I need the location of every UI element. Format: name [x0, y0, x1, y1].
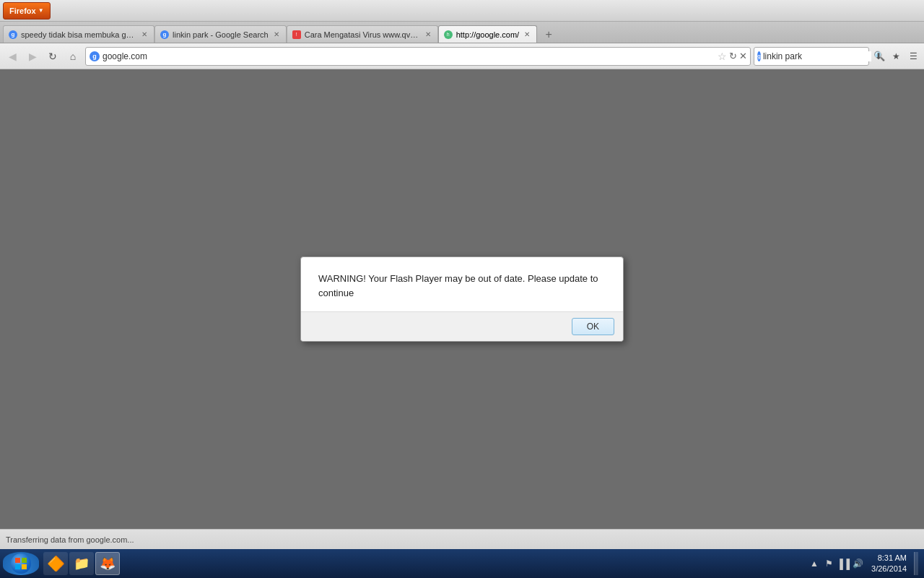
tray-network-icon[interactable]: ▐▐ [837, 552, 850, 575]
tab-bar: g speedy tidak bisa membuka google - ...… [0, 22, 924, 43]
show-desktop-button[interactable] [914, 552, 918, 575]
titlebar: Firefox ▼ [0, 0, 924, 22]
home-button[interactable]: ⌂ [64, 47, 82, 66]
downloads-button[interactable]: ⬇ [871, 48, 886, 64]
browser-content: WARNING! Your Flash Player may be out of… [0, 69, 924, 529]
svg-rect-1 [22, 558, 27, 563]
tray-icons: ▲ ⚑ ▐▐ 🔊 [808, 552, 864, 575]
taskbar-explorer-icon[interactable]: 📁 [69, 552, 94, 575]
bookmark-star-icon[interactable]: ☆ [718, 51, 727, 62]
tab-2-favicon: g [160, 30, 170, 40]
forward-button[interactable]: ▶ [23, 47, 42, 66]
status-text: Transferring data from google.com... [6, 535, 918, 544]
tab-4-label: http://google.com/ [456, 30, 519, 39]
taskbar-firefox-icon[interactable]: 🦊 [95, 552, 120, 575]
dialog-overlay: WARNING! Your Flash Player may be out of… [0, 69, 924, 529]
tab-4-favicon: h [443, 30, 453, 40]
firefox-label: Firefox [9, 7, 36, 15]
menu-button[interactable]: ☰ [905, 48, 921, 64]
dialog-message: WARNING! Your Flash Player may be out of… [301, 257, 623, 311]
taskbar-right: ▲ ⚑ ▐▐ 🔊 8:31 AM 3/26/2014 [808, 552, 921, 575]
flash-warning-dialog: WARNING! Your Flash Player may be out of… [300, 256, 624, 342]
windows-logo-icon [14, 557, 27, 570]
tab-2-label: linkin park - Google Search [173, 30, 269, 39]
svg-rect-3 [22, 564, 27, 569]
tab-3-close[interactable]: ✕ [423, 30, 433, 40]
tray-sound-icon[interactable]: 🔊 [851, 552, 864, 575]
firefox-menu-button[interactable]: Firefox ▼ [3, 2, 51, 20]
google-favicon-icon: g [9, 30, 17, 39]
tab-3-favicon: ! [292, 30, 302, 40]
address-refresh-icon[interactable]: ↻ [729, 51, 737, 61]
tab-1[interactable]: g speedy tidak bisa membuka google - ...… [3, 25, 154, 43]
tab-2[interactable]: g linkin park - Google Search ✕ [154, 25, 287, 43]
svg-rect-2 [15, 564, 20, 569]
taskbar-ie-icon[interactable]: 🔶 [43, 552, 68, 575]
clock-time: 8:31 AM [871, 553, 907, 564]
tab-3[interactable]: ! Cara Mengatasi Virus www.qvo6.com... ✕ [287, 25, 438, 43]
http-favicon-icon: h [444, 30, 453, 39]
status-bar: Transferring data from google.com... [0, 529, 924, 549]
search-bar[interactable]: g 🔍 [754, 47, 869, 66]
start-button[interactable] [3, 552, 39, 575]
back-button[interactable]: ◀ [3, 47, 22, 66]
address-clear-icon[interactable]: ✕ [739, 51, 747, 61]
dialog-footer: OK [301, 311, 623, 341]
nav-bar: ◀ ▶ ↻ ⌂ g ☆ ↻ ✕ g 🔍 ⬇ ★ ☰ [0, 43, 924, 69]
tab-1-label: speedy tidak bisa membuka google - ... [21, 30, 136, 39]
search-engine-icon: g [757, 51, 761, 61]
tab-4[interactable]: h http://google.com/ ✕ [438, 25, 537, 43]
address-google-icon: g [90, 51, 100, 61]
google-favicon-icon: g [160, 30, 169, 39]
taskbar: 🔶 📁 🦊 ▲ ⚑ ▐▐ 🔊 8:31 AM 3/26/2014 [0, 549, 924, 578]
virus-favicon-icon: ! [292, 30, 301, 39]
search-input[interactable] [763, 51, 871, 61]
start-orb [11, 553, 31, 574]
tab-1-close[interactable]: ✕ [139, 30, 149, 40]
firefox-menu-arrow: ▼ [38, 7, 44, 14]
tab-1-favicon: g [8, 30, 18, 40]
dialog-text: WARNING! Your Flash Player may be out of… [318, 273, 598, 298]
tab-4-close[interactable]: ✕ [522, 30, 532, 40]
tab-2-close[interactable]: ✕ [271, 30, 282, 40]
tab-3-label: Cara Mengatasi Virus www.qvo6.com... [305, 30, 420, 39]
new-tab-button[interactable]: + [540, 27, 557, 43]
tray-arrow-icon[interactable]: ▲ [808, 552, 821, 575]
system-clock[interactable]: 8:31 AM 3/26/2014 [867, 553, 911, 575]
address-favicon: g [89, 51, 100, 62]
address-bar[interactable]: g ☆ ↻ ✕ [85, 47, 751, 66]
clock-date: 3/26/2014 [871, 564, 907, 574]
bookmarks-button[interactable]: ★ [888, 48, 904, 64]
address-input[interactable] [103, 51, 715, 61]
reload-button[interactable]: ↻ [43, 47, 62, 66]
svg-rect-0 [15, 558, 20, 563]
dialog-ok-button[interactable]: OK [572, 318, 614, 335]
tray-flag-icon[interactable]: ⚑ [822, 552, 835, 575]
